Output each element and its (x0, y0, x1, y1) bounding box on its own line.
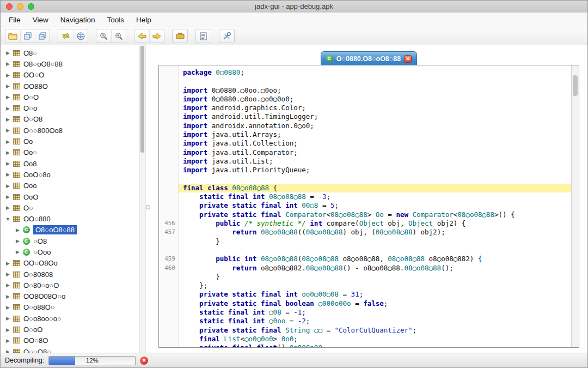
search-class-button[interactable] (111, 30, 126, 42)
export-button[interactable] (35, 30, 50, 42)
expand-arrow-icon[interactable] (4, 183, 12, 189)
expand-arrow-icon[interactable] (4, 106, 12, 111)
minimize-window-button[interactable] (17, 3, 23, 10)
tree-item-package[interactable]: O8○oO8○88 (1, 58, 145, 69)
splitter[interactable] (145, 45, 150, 353)
code-line[interactable] (183, 175, 571, 184)
expand-arrow-icon[interactable] (4, 194, 12, 200)
code-line[interactable]: return o8○o08○882.08○o08○88() - o8○o08○8… (183, 264, 571, 273)
expand-arrow-icon[interactable] (4, 61, 12, 67)
menu-navigation[interactable]: Navigation (54, 16, 101, 24)
tree-scrollbar[interactable] (139, 45, 145, 353)
code-line[interactable]: import java.util.Arrays; (183, 130, 571, 139)
expand-arrow-icon[interactable] (4, 294, 12, 299)
code-line[interactable]: } (183, 237, 571, 246)
tree-item-package[interactable]: O○ (1, 202, 145, 213)
menu-tools[interactable]: Tools (101, 16, 131, 24)
code-line[interactable]: private final float[] 0○800o00; (183, 343, 571, 347)
splitter-handle-icon[interactable] (146, 205, 150, 209)
expand-arrow-icon[interactable] (4, 161, 12, 166)
tree-item-package[interactable]: Oo8 (1, 158, 145, 169)
tab-close-button[interactable]: ✕ (404, 55, 412, 63)
code-line[interactable]: import java.util.List; (183, 157, 571, 166)
code-line[interactable]: import java.util.Collection; (183, 139, 571, 148)
code-line[interactable]: }; (183, 281, 571, 290)
code-line[interactable]: private static final String ○○ = "ColorC… (183, 326, 571, 335)
expand-arrow-icon[interactable] (4, 316, 12, 321)
code-line[interactable]: return 08○o08○88((08○o08○88) obj, (08○o0… (183, 228, 571, 237)
code-line[interactable]: final List<○o0○0o0> 0o0; (183, 335, 571, 343)
tree-item-package[interactable]: O○O8 (1, 114, 145, 125)
expand-arrow-icon[interactable] (4, 349, 12, 353)
cancel-decompile-button[interactable]: ✕ (140, 357, 148, 365)
menu-file[interactable]: File (3, 16, 27, 24)
tree-item-package[interactable]: O○80808 (1, 269, 145, 280)
tree-item-package[interactable]: OO8O08O○o (1, 291, 145, 302)
code-line[interactable] (183, 246, 571, 255)
nav-forward-button[interactable] (149, 30, 164, 42)
search-text-button[interactable] (96, 30, 111, 42)
expand-arrow-icon[interactable] (4, 327, 12, 333)
tab-active[interactable]: O○0880.O8○oO8○88 ✕ (321, 51, 418, 65)
code-line[interactable]: private static final int oo0○00○08 = 31; (183, 290, 571, 299)
tree-item-package[interactable]: Oo (1, 136, 145, 147)
expand-arrow-icon[interactable] (14, 249, 22, 255)
code-line[interactable]: import androidx.annotation.0○o0; (183, 122, 571, 130)
zoom-window-button[interactable] (28, 3, 34, 10)
expand-arrow-icon[interactable] (4, 305, 12, 310)
tree-item-class[interactable]: O8○oO8○88 (1, 225, 145, 236)
log-viewer-button[interactable] (196, 30, 211, 42)
code-line[interactable]: static final int ○0oo = -2; (183, 317, 571, 325)
code-line[interactable] (183, 77, 571, 86)
collapse-arrow-icon[interactable] (4, 216, 12, 222)
code-line[interactable]: private static final int 00○8 = 5; (183, 201, 571, 210)
tree-item-package[interactable]: O8○ (1, 47, 145, 58)
tree-item-package[interactable]: Ooo (1, 180, 145, 191)
expand-arrow-icon[interactable] (14, 227, 22, 233)
code-line[interactable]: private static final Comparator<08○o08○8… (183, 210, 571, 219)
expand-arrow-icon[interactable] (4, 261, 12, 266)
expand-arrow-icon[interactable] (4, 94, 12, 100)
code-line[interactable]: public int 08○o08○88(08○o08○88 o8○o08○88… (183, 255, 571, 263)
expand-arrow-icon[interactable] (4, 172, 12, 177)
code-line[interactable]: static final int 08○o08○88 = -3; (183, 192, 571, 201)
code-line[interactable]: static final int ○08 = -1; (183, 308, 571, 317)
code-line[interactable]: import java.util.PriorityQueue; (183, 166, 571, 174)
save-all-button[interactable] (20, 30, 35, 42)
tree-item-class[interactable]: ○O8 (1, 236, 145, 246)
code-line[interactable]: private static final boolean ○000o00o = … (183, 299, 571, 308)
code-line[interactable]: } (183, 273, 571, 281)
close-window-button[interactable] (6, 3, 13, 10)
code-line[interactable]: public /* synthetic */ int compare(Objec… (183, 219, 571, 228)
tree-item-package[interactable]: O○oO (1, 324, 145, 335)
code-line[interactable]: import java.util.Comparator; (183, 148, 571, 157)
code-line[interactable]: import android.graphics.Color; (183, 104, 571, 112)
expand-arrow-icon[interactable] (4, 117, 12, 122)
tree-item-package[interactable]: O○o8oo○o○ (1, 313, 145, 324)
code-scrollbar-thumb[interactable] (573, 75, 578, 96)
tree-item-package[interactable]: Oo○ (1, 147, 145, 158)
tree-item-package[interactable]: OO○880 (1, 213, 145, 224)
tree-item-package[interactable]: O○80○o○O (1, 280, 145, 291)
expand-arrow-icon[interactable] (4, 272, 12, 277)
tree-scrollbar-thumb[interactable] (140, 46, 144, 153)
tree-item-package[interactable]: OoO (1, 191, 145, 202)
nav-back-button[interactable] (134, 30, 149, 42)
menu-help[interactable]: Help (130, 16, 157, 24)
tree-item-package[interactable]: OO○8O (1, 335, 145, 346)
expand-arrow-icon[interactable] (4, 282, 12, 288)
tree-item-package[interactable]: O○○800Oo8 (1, 125, 145, 136)
tree-item-class[interactable]: ○Ooo (1, 246, 145, 257)
code-line[interactable]: package 0○0880; (183, 68, 571, 77)
tree-item-package[interactable]: OO○O8Oo (1, 258, 145, 269)
expand-arrow-icon[interactable] (4, 128, 12, 133)
preferences-button[interactable] (219, 30, 234, 42)
code-content[interactable]: package 0○0880;import 0○0880.○0oo.○0oo;i… (179, 65, 571, 347)
tree-item-package[interactable]: OO○O (1, 70, 145, 81)
tree-item-package[interactable]: O○o88O○ (1, 302, 145, 313)
code-line[interactable]: import 0○0880.○0oo.○o0○0o0; (183, 95, 571, 104)
expand-arrow-icon[interactable] (4, 83, 12, 89)
tree-item-package[interactable]: OoO○8o (1, 169, 145, 180)
menu-view[interactable]: View (27, 16, 54, 24)
tree-item-package[interactable]: OO88O (1, 81, 145, 92)
